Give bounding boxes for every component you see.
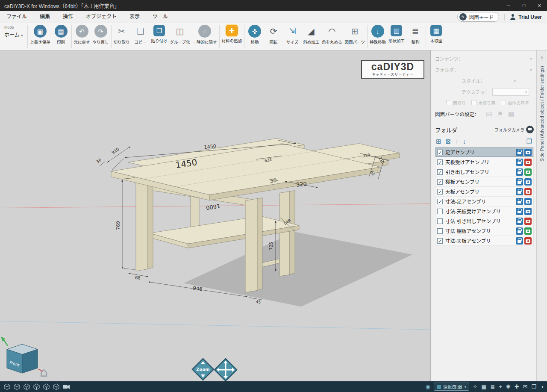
folder-visibility-checkbox[interactable] — [437, 218, 443, 224]
folder-visibility-checkbox[interactable]: ✓ — [437, 179, 443, 185]
special-move-button[interactable]: ↓特殊移動 — [368, 23, 387, 50]
lock-icon[interactable] — [516, 168, 523, 176]
view-right-icon[interactable] — [43, 383, 50, 390]
save-button[interactable]: ▣上書き保存 — [29, 23, 52, 50]
folder-camera-icon[interactable] — [524, 178, 532, 186]
folder-visibility-checkbox[interactable] — [437, 228, 443, 234]
perspective-select[interactable]: 遠近感:弱 ▾ — [434, 383, 469, 391]
view-front-icon[interactable] — [13, 383, 21, 390]
walkthrough-view-icon[interactable]: ✧ — [473, 384, 477, 389]
shape-processing-button[interactable]: ▥形状加工 — [387, 23, 406, 50]
chevron-down-icon[interactable]: ▾ — [530, 68, 534, 72]
checkbox-icon[interactable] — [446, 100, 451, 105]
folder-visibility-checkbox[interactable]: ✓ — [437, 150, 443, 155]
folder-row[interactable]: ✓天板アセンブリ — [435, 187, 533, 197]
align-button[interactable]: ≣整列 — [406, 23, 425, 50]
lock-icon[interactable] — [516, 227, 523, 235]
checkbox-icon[interactable] — [501, 100, 506, 105]
folder-row[interactable]: 寸法-天板受けアセンブリ — [435, 206, 533, 216]
home-view-button[interactable]: ⌂ — [40, 365, 48, 380]
paste-button[interactable]: ❐貼り付け — [150, 23, 169, 50]
multi-view-icon[interactable]: ❐ — [531, 384, 536, 389]
lock-icon[interactable] — [516, 218, 523, 225]
viewport-canvas[interactable]: 1450910361450769689464572554816005032062… — [0, 50, 430, 381]
rotate-button[interactable]: ⟳回転 — [264, 23, 283, 50]
folder-visibility-checkbox[interactable]: ✓ — [437, 238, 443, 244]
grid-icon[interactable]: ▦ — [481, 384, 486, 389]
collapse-chevron-icon[interactable]: › — [541, 54, 543, 61]
folder-visibility-checkbox[interactable]: ✓ — [437, 159, 443, 165]
folder-visibility-checkbox[interactable]: ✓ — [437, 189, 443, 195]
folder-row[interactable]: 寸法-棚板アセンブリ — [435, 226, 533, 236]
menu-operation[interactable]: 操作 — [56, 11, 79, 23]
menu-file[interactable]: ファイル — [0, 11, 33, 23]
add-material-button[interactable]: ✚材料の追加 — [221, 23, 244, 50]
undo-button[interactable]: ↶元に戻す — [73, 23, 91, 50]
contents-select[interactable]: コンテンツ： ▾ — [435, 53, 534, 64]
style-select[interactable]: スタイル： ▾ — [435, 75, 534, 86]
folder-row[interactable]: ✓足アセンブリ — [435, 147, 533, 157]
lock-icon[interactable] — [516, 149, 523, 156]
chevron-down-icon[interactable]: ▾ — [485, 79, 516, 83]
duplicate-folder-button[interactable]: ❐ — [526, 138, 532, 144]
light-icon[interactable]: ✺ — [506, 384, 511, 389]
maximize-button[interactable]: □ — [516, 0, 532, 11]
drawing-parts-button[interactable]: ⊞図面パーツ — [344, 23, 366, 50]
render-icon[interactable]: ◑ — [540, 384, 544, 389]
zoom-widget[interactable]: Zoom — [192, 359, 214, 380]
view-back-icon[interactable] — [23, 383, 30, 390]
view-top-icon[interactable] — [53, 383, 60, 390]
folder-select[interactable]: フォルダ： ▾ — [435, 64, 534, 75]
axis-icon[interactable]: ✚ — [515, 384, 519, 389]
lock-icon[interactable] — [516, 188, 523, 195]
cut-button[interactable]: ✂切り取り — [112, 23, 131, 50]
drawing-mode-button[interactable]: ✎ 図面モード — [457, 12, 500, 22]
parts-flag-icon[interactable]: ⚑ — [497, 110, 503, 118]
folder-camera-icon[interactable] — [524, 149, 532, 156]
folder-camera-icon[interactable] — [524, 237, 532, 245]
folder-camera-button[interactable] — [526, 126, 534, 133]
menu-view[interactable]: 表示 — [123, 11, 146, 23]
move-down-button[interactable]: ↓ — [463, 138, 466, 144]
folder-camera-icon[interactable] — [524, 198, 532, 205]
move-up-button[interactable]: ↑ — [455, 138, 459, 144]
folder-row[interactable]: ✓寸法-天板アセンブリ — [435, 236, 533, 246]
bevel-button[interactable]: ◢斜め加工 — [302, 23, 321, 50]
menu-object[interactable]: オブジェクト — [79, 11, 123, 23]
folder-camera-icon[interactable] — [524, 168, 532, 176]
menu-tools[interactable]: ツール — [146, 11, 174, 23]
folder-camera-icon[interactable] — [524, 159, 532, 166]
folder-camera-icon[interactable] — [524, 188, 532, 195]
folder-row[interactable]: 寸法-引き出しアセンブリ — [435, 216, 533, 226]
texture-select[interactable]: テクスチャ： ▾ — [435, 86, 534, 97]
viewport-3d[interactable]: 1450910361450769689464572554816005032062… — [0, 50, 430, 381]
parts-image-icon[interactable]: ▦ — [508, 110, 514, 118]
chevron-down-icon[interactable]: ▾ — [530, 56, 534, 61]
minimize-button[interactable]: ─ — [501, 0, 516, 11]
hide-temporarily-button[interactable]: ◌一時的に隠す — [191, 23, 218, 50]
view-left-icon[interactable] — [33, 383, 40, 390]
delete-folder-button[interactable]: ⊠ — [446, 138, 451, 144]
lock-icon[interactable] — [516, 237, 523, 245]
layers-icon[interactable]: ≣ — [491, 384, 495, 389]
snap-icon[interactable]: ⌖ — [499, 384, 502, 389]
pan-widget[interactable] — [215, 359, 237, 381]
folder-row[interactable]: ✓寸法-足アセンブリ — [435, 197, 533, 206]
folder-row[interactable]: ✓棚板アセンブリ — [435, 177, 533, 187]
print-button[interactable]: ▤印刷 — [52, 23, 71, 50]
folder-visibility-checkbox[interactable] — [437, 209, 443, 214]
redo-button[interactable]: ↷やり直し — [91, 23, 110, 50]
folder-row[interactable]: ✓天板受けアセンブリ — [435, 157, 533, 167]
perspective-eye-icon[interactable]: ◉ — [426, 383, 430, 390]
checkbox-icon[interactable] — [471, 100, 476, 105]
lock-icon[interactable] — [516, 198, 523, 205]
cutting-diagram-button[interactable]: ▦木取図 — [427, 23, 446, 50]
side-panel-tab[interactable]: › Side Panel (Advanced object / Folder s… — [536, 50, 547, 381]
copy-button[interactable]: ❏コピー — [131, 23, 150, 50]
folder-visibility-checkbox[interactable]: ✓ — [437, 169, 443, 175]
folder-camera-icon[interactable] — [524, 227, 532, 235]
menu-edit[interactable]: 編集 — [33, 11, 56, 23]
lock-icon[interactable] — [516, 159, 523, 166]
mode-selector[interactable]: Mode ホーム ▾ — [0, 23, 26, 50]
close-button[interactable]: ✕ — [532, 0, 547, 11]
